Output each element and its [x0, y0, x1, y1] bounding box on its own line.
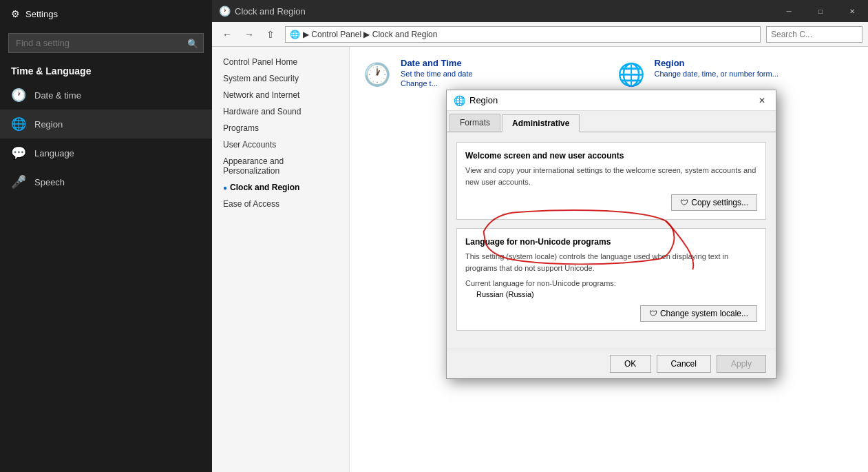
shield-icon: 🛡	[680, 198, 688, 207]
sidebar-item-region[interactable]: 🌐 Region	[0, 110, 212, 138]
datetime-item-icon: 🕐	[361, 58, 394, 91]
date-time-icon: 🕐	[11, 88, 25, 103]
dialog-close-button[interactable]: ✕	[755, 94, 769, 107]
welcome-section-title: Welcome screen and new user accounts	[465, 151, 757, 161]
settings-search-container: 🔍	[8, 33, 204, 53]
cp-sidebar-item-hardware[interactable]: Hardware and Sound	[212, 103, 349, 120]
cp-item-text: Region Change date, time, or number form…	[655, 58, 779, 78]
region-item-icon: 🌐	[615, 58, 648, 91]
up-button[interactable]: ⇧	[262, 26, 279, 43]
bullet-icon: ●	[223, 184, 227, 192]
change-locale-label: Change system locale...	[660, 309, 748, 318]
sidebar-item-speech[interactable]: 🎤 Speech	[0, 167, 212, 196]
cp-sidebar-label: User Accounts	[223, 140, 276, 150]
cp-item-subtitle: Set the time and date	[401, 70, 473, 78]
breadcrumb: ▶ Control Panel ▶ Clock and Region	[303, 30, 437, 39]
apply-button[interactable]: Apply	[717, 355, 766, 373]
dialog-language-section: Language for non-Unicode programs This s…	[456, 228, 766, 331]
dialog-footer: OK Cancel Apply	[447, 349, 776, 378]
speech-icon: 🎤	[11, 174, 25, 189]
dialog-titlebar-left: 🌐 Region	[454, 95, 498, 106]
maximize-button[interactable]: □	[805, 0, 836, 22]
cp-item-links: Change t...	[401, 79, 473, 88]
settings-titlebar: ⚙ Settings	[0, 0, 212, 28]
settings-sidebar: ⚙ Settings 🔍 Time & Language 🕐 Date & ti…	[0, 0, 212, 472]
region-dialog: 🌐 Region ✕ Formats Administrative Welcom…	[446, 90, 776, 379]
cp-toolbar: ← → ⇧ 🌐 ▶ Control Panel ▶ Clock and Regi…	[212, 22, 868, 47]
cp-sidebar-label: Ease of Access	[223, 199, 279, 209]
cp-titlebar: 🕐 Clock and Region ─ □ ✕	[212, 0, 868, 22]
shield-icon: 🛡	[649, 309, 657, 318]
dialog-title-icon: 🌐	[454, 95, 465, 106]
main-content: Region Country or region 🕐 Clock and Reg…	[212, 0, 868, 472]
dialog-titlebar: 🌐 Region ✕	[447, 90, 776, 111]
forward-button[interactable]: →	[240, 26, 259, 43]
cp-sidebar-item-users[interactable]: User Accounts	[212, 136, 349, 153]
lang-section-desc: This setting (system locale) controls th…	[465, 251, 757, 274]
settings-search-input[interactable]	[8, 33, 204, 53]
win-controls: ─ □ ✕	[773, 0, 868, 22]
sidebar-item-date-time[interactable]: 🕐 Date & time	[0, 81, 212, 110]
dialog-tabs: Formats Administrative	[447, 111, 776, 132]
ok-button[interactable]: OK	[610, 355, 651, 373]
copy-settings-button[interactable]: 🛡 Copy settings...	[671, 194, 757, 211]
search-icon: 🔍	[187, 38, 198, 48]
lang-section-title: Language for non-Unicode programs	[465, 237, 757, 247]
current-lang-value: Russian (Russia)	[476, 290, 757, 298]
cp-sidebar-label: System and Security	[223, 74, 299, 83]
change-locale-button[interactable]: 🛡 Change system locale...	[640, 305, 757, 322]
cancel-button[interactable]: Cancel	[657, 355, 711, 373]
cp-sidebar-label: Hardware and Sound	[223, 107, 301, 116]
cp-grid: 🕐 Date and Time Set the time and date Ch…	[361, 58, 857, 91]
dialog-title-text: Region	[469, 95, 498, 105]
cp-search-input[interactable]	[766, 26, 862, 43]
cp-sidebar-label: Network and Internet	[223, 90, 299, 100]
copy-settings-label: Copy settings...	[691, 198, 748, 207]
sidebar-item-label: Language	[34, 148, 74, 158]
cp-sidebar-item-home[interactable]: Control Panel Home	[212, 54, 349, 70]
dialog-welcome-section: Welcome screen and new user accounts Vie…	[456, 142, 766, 220]
close-button[interactable]: ✕	[836, 0, 868, 22]
tab-formats[interactable]: Formats	[449, 114, 500, 132]
cp-item-text: Date and Time Set the time and date Chan…	[401, 58, 473, 88]
cp-sidebar-item-appearance[interactable]: Appearance and Personalization	[212, 153, 349, 179]
minimize-button[interactable]: ─	[773, 0, 805, 22]
settings-section-label: Time & Language	[0, 59, 212, 81]
cp-titlebar-icon: 🕐	[219, 6, 231, 17]
cp-sidebar-label: Control Panel Home	[223, 57, 297, 67]
current-lang-label: Current language for non-Unicode program…	[465, 279, 757, 287]
region-icon: 🌐	[11, 116, 25, 132]
welcome-section-desc: View and copy your international setting…	[465, 165, 757, 187]
cp-item-title[interactable]: Date and Time	[401, 58, 473, 68]
cp-titlebar-text: Clock and Region	[235, 6, 306, 17]
sidebar-item-label: Region	[34, 119, 63, 130]
cp-sidebar-item-network[interactable]: Network and Internet	[212, 87, 349, 103]
cp-item-datetime: 🕐 Date and Time Set the time and date Ch…	[361, 58, 604, 91]
address-bar[interactable]: 🌐 ▶ Control Panel ▶ Clock and Region	[285, 26, 761, 43]
sidebar-item-label: Speech	[34, 177, 65, 187]
cp-item-region: 🌐 Region Change date, time, or number fo…	[615, 58, 858, 91]
cp-item-title[interactable]: Region	[655, 58, 779, 68]
back-button[interactable]: ←	[218, 26, 237, 43]
tab-administrative[interactable]: Administrative	[502, 114, 580, 132]
sidebar-item-language[interactable]: 💬 Language	[0, 138, 212, 167]
cp-sidebar: Control Panel Home System and Security N…	[212, 47, 350, 472]
cp-sidebar-label: Clock and Region	[230, 183, 299, 192]
language-icon: 💬	[11, 145, 25, 161]
cp-sidebar-label: Programs	[223, 123, 259, 133]
dialog-body: Welcome screen and new user accounts Vie…	[447, 132, 776, 349]
settings-app-title: Settings	[25, 9, 58, 19]
cp-item-link[interactable]: Change t...	[401, 79, 438, 88]
cp-sidebar-item-ease[interactable]: Ease of Access	[212, 196, 349, 212]
cp-item-subtitle: Change date, time, or number form...	[655, 70, 779, 78]
settings-app-icon: ⚙	[11, 8, 20, 19]
cp-sidebar-label: Appearance and Personalization	[223, 156, 338, 176]
cp-sidebar-item-clock[interactable]: ● Clock and Region	[212, 179, 349, 196]
sidebar-item-label: Date & time	[34, 90, 81, 101]
cp-sidebar-item-system[interactable]: System and Security	[212, 70, 349, 87]
address-globe-icon: 🌐	[290, 30, 300, 39]
cp-sidebar-item-programs[interactable]: Programs	[212, 120, 349, 136]
